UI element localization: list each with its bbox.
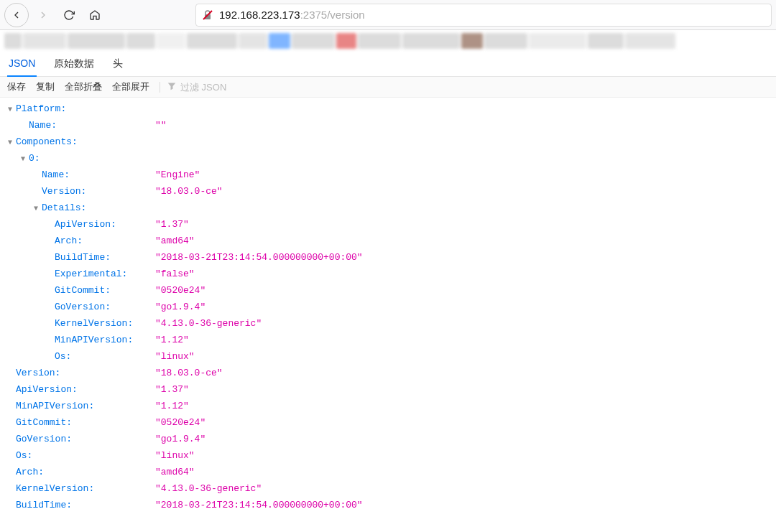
json-value: "1.37": [155, 381, 189, 398]
json-key: Arch:: [6, 464, 44, 480]
json-row[interactable]: GitCommit:"0520e24": [6, 414, 770, 431]
collapse-toggle-icon[interactable]: ▼: [19, 151, 27, 167]
key-label: Os:: [16, 447, 32, 464]
json-key: ▼Platform:: [6, 101, 66, 117]
json-value: "1.12": [155, 398, 189, 414]
json-value: "0520e24": [155, 282, 205, 299]
home-button[interactable]: [83, 4, 106, 27]
json-row[interactable]: GoVersion:"go1.9.4": [6, 299, 770, 315]
json-row[interactable]: Version:"18.03.0-ce": [6, 183, 770, 200]
tab-headers[interactable]: 头: [111, 55, 124, 76]
forward-button[interactable]: [32, 4, 55, 27]
json-row[interactable]: Arch:"amd64": [6, 464, 770, 480]
url-host: 192.168.223.173: [219, 9, 300, 21]
copy-button[interactable]: 复制: [36, 80, 55, 93]
json-row[interactable]: ▼Platform:: [6, 101, 770, 117]
json-key: BuildTime:: [6, 249, 111, 266]
json-toolbar: 保存 复制 全部折叠 全部展开: [0, 77, 776, 98]
url-path: :2375/version: [300, 9, 365, 21]
json-value: "4.13.0-36-generic": [155, 480, 262, 497]
save-button[interactable]: 保存: [7, 80, 26, 93]
json-row[interactable]: ApiVersion:"1.37": [6, 381, 770, 398]
json-key: Experimental:: [6, 266, 127, 282]
key-label: Experimental:: [55, 266, 127, 282]
insecure-lock-icon: [202, 9, 213, 21]
key-label: BuildTime:: [55, 249, 111, 266]
json-row[interactable]: BuildTime:"2018-03-21T23:14:54.000000000…: [6, 497, 770, 513]
json-row[interactable]: ▼Components:: [6, 134, 770, 150]
collapse-toggle-icon[interactable]: ▼: [6, 101, 14, 118]
json-value: "0520e24": [155, 414, 205, 431]
json-row[interactable]: MinAPIVersion:"1.12": [6, 398, 770, 414]
json-value: "linux": [155, 447, 195, 464]
json-key: ApiVersion:: [6, 381, 78, 398]
filter-box: [160, 82, 252, 93]
filter-input[interactable]: [180, 82, 252, 93]
json-row[interactable]: ApiVersion:"1.37": [6, 216, 770, 233]
json-key: ▼Details:: [6, 200, 86, 216]
json-value: "2018-03-21T23:14:54.000000000+00:00": [155, 249, 363, 266]
json-row[interactable]: GoVersion:"go1.9.4": [6, 431, 770, 447]
json-row[interactable]: Arch:"amd64": [6, 233, 770, 249]
key-label: Components:: [16, 134, 78, 150]
json-row[interactable]: KernelVersion:"4.13.0-36-generic": [6, 480, 770, 497]
json-key: Os:: [6, 348, 71, 365]
key-label: MinAPIVersion:: [16, 398, 94, 414]
json-row[interactable]: MinAPIVersion:"1.12": [6, 332, 770, 348]
json-key: MinAPIVersion:: [6, 332, 133, 348]
key-label: Os:: [55, 348, 71, 365]
json-tree: ▼Platform:Name:""▼Components:▼0:Name:"En…: [0, 98, 776, 516]
json-value: "amd64": [155, 233, 195, 249]
key-label: KernelVersion:: [55, 315, 133, 332]
json-value: "go1.9.4": [155, 431, 205, 447]
reload-button[interactable]: [57, 4, 80, 27]
json-key: Arch:: [6, 233, 83, 249]
key-label: Arch:: [55, 233, 83, 249]
collapse-all-button[interactable]: 全部折叠: [65, 80, 102, 93]
json-row[interactable]: ▼Details:: [6, 200, 770, 216]
json-key: Version:: [6, 183, 86, 200]
json-value: "false": [155, 266, 195, 282]
json-key: GitCommit:: [6, 414, 72, 431]
key-label: Platform:: [16, 101, 66, 117]
address-bar[interactable]: 192.168.223.173:2375/version: [195, 4, 772, 27]
json-key: Name:: [6, 167, 70, 183]
json-row[interactable]: GitCommit:"0520e24": [6, 282, 770, 299]
json-value: "18.03.0-ce": [155, 365, 223, 381]
tab-json[interactable]: JSON: [7, 55, 37, 77]
key-label: Name:: [29, 117, 57, 134]
key-label: Name:: [42, 167, 70, 183]
json-row[interactable]: Version:"18.03.0-ce": [6, 365, 770, 381]
json-key: GoVersion:: [6, 299, 111, 315]
expand-all-button[interactable]: 全部展开: [112, 80, 149, 93]
json-row[interactable]: BuildTime:"2018-03-21T23:14:54.000000000…: [6, 249, 770, 266]
json-row[interactable]: Name:"": [6, 117, 770, 134]
tab-raw-data[interactable]: 原始数据: [52, 55, 96, 76]
key-label: Arch:: [16, 464, 44, 480]
key-label: ApiVersion:: [55, 216, 116, 233]
json-value: "2018-03-21T23:14:54.000000000+00:00": [155, 497, 363, 513]
bookmark-bar: [0, 30, 776, 50]
json-row[interactable]: Os:"linux": [6, 447, 770, 464]
json-value: "1.12": [155, 332, 189, 348]
json-value: "": [155, 117, 167, 134]
json-row[interactable]: Name:"Engine": [6, 167, 770, 183]
browser-toolbar: 192.168.223.173:2375/version: [0, 0, 776, 30]
json-key: Name:: [6, 117, 57, 134]
json-key: Version:: [6, 365, 60, 381]
json-value: "linux": [155, 348, 195, 365]
json-row[interactable]: Experimental:"false": [6, 266, 770, 282]
json-row[interactable]: KernelVersion:"4.13.0-36-generic": [6, 315, 770, 332]
back-button[interactable]: [4, 3, 29, 27]
json-value: "18.03.0-ce": [155, 183, 223, 200]
url-text: 192.168.223.173:2375/version: [219, 9, 365, 21]
json-row[interactable]: ▼0:: [6, 150, 770, 167]
json-row[interactable]: Os:"linux": [6, 348, 770, 365]
key-label: GoVersion:: [16, 431, 72, 447]
json-value: "Engine": [155, 167, 200, 183]
json-key: ▼0:: [6, 150, 40, 167]
collapse-toggle-icon[interactable]: ▼: [6, 134, 14, 151]
json-key: KernelVersion:: [6, 480, 94, 497]
collapse-toggle-icon[interactable]: ▼: [32, 200, 40, 217]
json-key: ApiVersion:: [6, 216, 116, 233]
